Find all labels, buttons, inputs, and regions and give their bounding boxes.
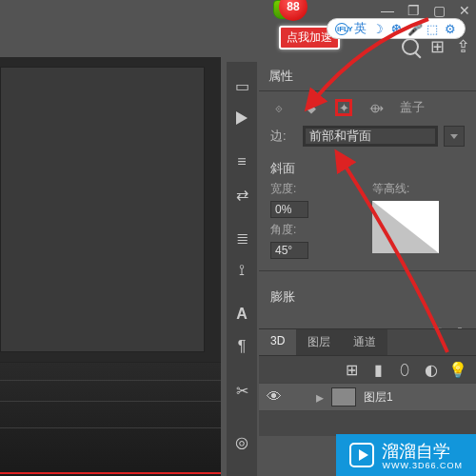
ground-plane bbox=[0, 362, 221, 476]
scissors-icon[interactable]: ✂ bbox=[231, 380, 252, 401]
separator bbox=[259, 270, 476, 271]
minimize-button[interactable]: — bbox=[381, 3, 394, 18]
tab-coords-icon[interactable]: ⟴ bbox=[367, 99, 385, 116]
header-tools: ⊞ ⇪ bbox=[402, 36, 470, 57]
grid-line bbox=[0, 401, 221, 402]
filter-material-icon[interactable]: ⬯ bbox=[396, 362, 413, 377]
visibility-eye-icon[interactable]: 👁 bbox=[267, 388, 282, 406]
title-bar: 88 点我加速 iFLY 英 ☽ ❆ 🎤 ⬚ ⚙ — ❐ ▢ ✕ ⊞ ⇪ bbox=[0, 0, 476, 33]
pin-icon[interactable]: ⟟ bbox=[231, 260, 252, 281]
contour-label: 等高线: bbox=[372, 181, 420, 197]
tab-layers[interactable]: 图层 bbox=[296, 329, 342, 355]
viewport-3d[interactable] bbox=[0, 67, 205, 352]
bevel-right-col: 等高线: bbox=[372, 181, 465, 263]
filter-light-icon[interactable]: ◐ bbox=[423, 362, 440, 377]
layer-expand-chevron-icon[interactable]: ▸ bbox=[316, 388, 324, 407]
paragraph-icon[interactable]: ≣ bbox=[231, 228, 252, 248]
contour-swatch[interactable] bbox=[372, 201, 439, 253]
tab-mesh-icon[interactable]: ⟐ bbox=[270, 99, 288, 116]
side-label: 边: bbox=[270, 128, 297, 145]
bevel-left-col: 宽度: 0% 角度: 45° bbox=[270, 181, 363, 263]
axis-line bbox=[0, 472, 221, 474]
tab-cap-label[interactable]: 盖子 bbox=[400, 99, 425, 116]
watermark-logo-icon bbox=[349, 443, 374, 467]
filter-mesh-icon[interactable]: ▮ bbox=[369, 362, 387, 377]
play-icon[interactable] bbox=[231, 108, 252, 129]
ime-logo-icon: iFLY bbox=[335, 23, 348, 35]
bottom-tabs: 3D 图层 通道 bbox=[259, 329, 476, 356]
share-icon[interactable]: ⇪ bbox=[456, 36, 470, 57]
chevron-down-icon bbox=[450, 134, 458, 139]
panel-title: 属性 bbox=[259, 62, 476, 91]
layer-row[interactable]: 👁 ▸ 图层1 bbox=[259, 383, 476, 411]
watermark-url: WWW.3D66.COM bbox=[382, 461, 463, 470]
restore-button[interactable]: ❐ bbox=[407, 3, 420, 18]
cc-icon[interactable]: ◎ bbox=[231, 431, 252, 452]
watermark: 溜溜自学 WWW.3D66.COM bbox=[336, 434, 476, 476]
canvas-area[interactable] bbox=[0, 57, 221, 476]
filter-bulb-icon[interactable]: 💡 bbox=[449, 362, 466, 377]
watermark-brand: 溜溜自学 bbox=[382, 442, 450, 461]
pilcrow-icon[interactable]: ¶ bbox=[231, 336, 252, 357]
text-a-icon[interactable]: A bbox=[231, 304, 252, 325]
tab-channels[interactable]: 通道 bbox=[342, 329, 387, 355]
vertical-toolbar: ▭ ≡ ⇄ ≣ ⟟ A ¶ ✂ ◎ bbox=[227, 62, 257, 476]
tab-3d[interactable]: 3D bbox=[259, 329, 296, 355]
grid-icon[interactable]: ⊞ bbox=[430, 36, 445, 57]
grid-line bbox=[0, 427, 221, 428]
side-combo[interactable]: 前部和背面 bbox=[303, 126, 438, 147]
layer-name[interactable]: 图层1 bbox=[364, 389, 393, 406]
ime-moon-icon[interactable]: ☽ bbox=[371, 22, 385, 36]
layer-thumbnail[interactable] bbox=[331, 387, 356, 407]
side-field-row: 边: 前部和背面 bbox=[259, 122, 476, 150]
ime-box-icon[interactable]: ⬚ bbox=[426, 22, 439, 36]
window-controls: — ❐ ▢ ✕ bbox=[381, 3, 470, 18]
ime-mic-icon[interactable]: 🎤 bbox=[407, 22, 421, 36]
panel-toggle-icon[interactable]: ▭ bbox=[231, 75, 252, 96]
inflate-section-header: 膨胀 bbox=[259, 279, 476, 309]
bottom-panel-group: 3D 图层 通道 ⊞ ▮ ⬯ ◐ 💡 👁 ▸ 图层1 bbox=[259, 328, 476, 436]
angle-input[interactable]: 45° bbox=[270, 242, 308, 259]
layer-filter-row: ⊞ ▮ ⬯ ◐ 💡 bbox=[259, 356, 476, 383]
width-label: 宽度: bbox=[270, 181, 303, 197]
side-combo-chevron[interactable] bbox=[444, 126, 465, 147]
property-tabs: ⟐ ◆ ✦ ⟴ 盖子 bbox=[259, 91, 476, 122]
ime-snow-icon[interactable]: ❆ bbox=[389, 22, 403, 36]
search-icon[interactable] bbox=[402, 38, 419, 55]
filter-all-icon[interactable]: ⊞ bbox=[343, 362, 360, 377]
grid-line bbox=[0, 380, 221, 381]
swap-icon[interactable]: ⇄ bbox=[231, 184, 252, 205]
side-value: 前部和背面 bbox=[309, 128, 371, 145]
width-input[interactable]: 0% bbox=[270, 201, 308, 218]
bevel-two-col: 宽度: 0% 角度: 45° 等高线: bbox=[259, 181, 476, 263]
tab-deform-icon[interactable]: ✦ bbox=[335, 99, 352, 116]
brush-icon[interactable]: ≡ bbox=[231, 151, 252, 172]
bevel-section-header: 斜面 bbox=[259, 150, 476, 181]
maximize-button[interactable]: ▢ bbox=[433, 3, 446, 18]
tab-material-icon[interactable]: ◆ bbox=[303, 99, 320, 116]
ime-gear-icon[interactable]: ⚙ bbox=[444, 22, 457, 36]
close-button[interactable]: ✕ bbox=[459, 3, 470, 18]
ime-lang[interactable]: 英 bbox=[353, 20, 367, 37]
angle-label: 角度: bbox=[270, 222, 303, 238]
